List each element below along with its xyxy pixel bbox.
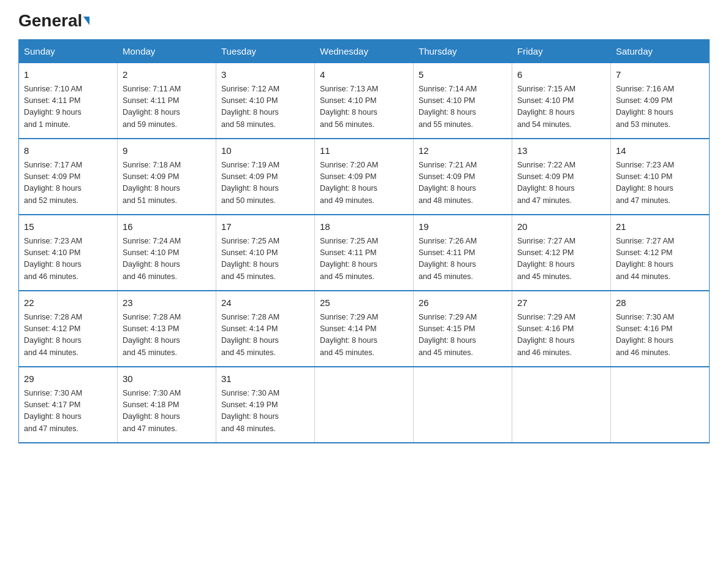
day-number: 24	[221, 296, 309, 310]
calendar-cell: 10Sunrise: 7:19 AMSunset: 4:09 PMDayligh…	[216, 139, 315, 215]
calendar-cell: 17Sunrise: 7:25 AMSunset: 4:10 PMDayligh…	[216, 215, 315, 291]
day-number: 10	[221, 144, 309, 158]
day-number: 30	[123, 372, 211, 386]
day-info: Sunrise: 7:16 AMSunset: 4:09 PMDaylight:…	[616, 83, 704, 131]
day-info: Sunrise: 7:30 AMSunset: 4:16 PMDaylight:…	[616, 312, 704, 359]
day-info: Sunrise: 7:29 AMSunset: 4:15 PMDaylight:…	[419, 312, 507, 359]
calendar-cell: 26Sunrise: 7:29 AMSunset: 4:15 PMDayligh…	[414, 291, 512, 367]
calendar-cell: 28Sunrise: 7:30 AMSunset: 4:16 PMDayligh…	[611, 291, 710, 367]
calendar-cell: 21Sunrise: 7:27 AMSunset: 4:12 PMDayligh…	[611, 215, 710, 291]
calendar-cell: 29Sunrise: 7:30 AMSunset: 4:17 PMDayligh…	[19, 367, 118, 443]
day-number: 6	[517, 68, 605, 82]
day-number: 7	[616, 68, 704, 82]
day-number: 19	[419, 220, 507, 234]
day-info: Sunrise: 7:15 AMSunset: 4:10 PMDaylight:…	[517, 83, 605, 131]
calendar-cell: 6Sunrise: 7:15 AMSunset: 4:10 PMDaylight…	[512, 63, 611, 139]
col-header-sunday: Sunday	[19, 40, 118, 63]
calendar-cell: 23Sunrise: 7:28 AMSunset: 4:13 PMDayligh…	[118, 291, 216, 367]
day-info: Sunrise: 7:23 AMSunset: 4:10 PMDaylight:…	[24, 236, 112, 283]
col-header-wednesday: Wednesday	[315, 40, 414, 63]
day-number: 2	[123, 68, 211, 82]
calendar-cell: 9Sunrise: 7:18 AMSunset: 4:09 PMDaylight…	[118, 139, 216, 215]
calendar-cell: 4Sunrise: 7:13 AMSunset: 4:10 PMDaylight…	[315, 63, 414, 139]
day-number: 26	[419, 296, 507, 310]
day-info: Sunrise: 7:19 AMSunset: 4:09 PMDaylight:…	[221, 159, 309, 207]
day-info: Sunrise: 7:26 AMSunset: 4:11 PMDaylight:…	[419, 236, 507, 283]
day-info: Sunrise: 7:24 AMSunset: 4:10 PMDaylight:…	[123, 236, 211, 283]
calendar-cell: 19Sunrise: 7:26 AMSunset: 4:11 PMDayligh…	[414, 215, 512, 291]
day-number: 22	[24, 296, 112, 310]
day-info: Sunrise: 7:11 AMSunset: 4:11 PMDaylight:…	[123, 83, 211, 131]
day-info: Sunrise: 7:10 AMSunset: 4:11 PMDaylight:…	[24, 83, 112, 131]
calendar-cell: 14Sunrise: 7:23 AMSunset: 4:10 PMDayligh…	[611, 139, 710, 215]
calendar-cell: 18Sunrise: 7:25 AMSunset: 4:11 PMDayligh…	[315, 215, 414, 291]
day-number: 13	[517, 144, 605, 158]
day-number: 8	[24, 144, 112, 158]
page-header: General	[18, 12, 710, 28]
day-info: Sunrise: 7:29 AMSunset: 4:14 PMDaylight:…	[320, 312, 408, 359]
calendar-week-row: 1Sunrise: 7:10 AMSunset: 4:11 PMDaylight…	[19, 63, 710, 139]
calendar-cell	[414, 367, 512, 443]
day-number: 27	[517, 296, 605, 310]
day-info: Sunrise: 7:28 AMSunset: 4:12 PMDaylight:…	[24, 312, 112, 359]
calendar-cell: 2Sunrise: 7:11 AMSunset: 4:11 PMDaylight…	[118, 63, 216, 139]
day-number: 11	[320, 144, 408, 158]
calendar-header-row: SundayMondayTuesdayWednesdayThursdayFrid…	[19, 40, 710, 63]
col-header-monday: Monday	[118, 40, 216, 63]
day-number: 12	[419, 144, 507, 158]
day-number: 20	[517, 220, 605, 234]
day-info: Sunrise: 7:12 AMSunset: 4:10 PMDaylight:…	[221, 83, 309, 131]
day-info: Sunrise: 7:28 AMSunset: 4:13 PMDaylight:…	[123, 312, 211, 359]
day-info: Sunrise: 7:25 AMSunset: 4:10 PMDaylight:…	[221, 236, 309, 283]
day-number: 14	[616, 144, 704, 158]
calendar-week-row: 29Sunrise: 7:30 AMSunset: 4:17 PMDayligh…	[19, 367, 710, 443]
day-number: 4	[320, 68, 408, 82]
day-number: 9	[123, 144, 211, 158]
day-info: Sunrise: 7:30 AMSunset: 4:19 PMDaylight:…	[221, 388, 309, 435]
col-header-thursday: Thursday	[414, 40, 512, 63]
day-info: Sunrise: 7:30 AMSunset: 4:17 PMDaylight:…	[24, 388, 112, 435]
day-info: Sunrise: 7:29 AMSunset: 4:16 PMDaylight:…	[517, 312, 605, 359]
day-info: Sunrise: 7:21 AMSunset: 4:09 PMDaylight:…	[419, 159, 507, 207]
day-number: 15	[24, 220, 112, 234]
day-number: 16	[123, 220, 211, 234]
calendar-cell: 12Sunrise: 7:21 AMSunset: 4:09 PMDayligh…	[414, 139, 512, 215]
day-info: Sunrise: 7:27 AMSunset: 4:12 PMDaylight:…	[517, 236, 605, 283]
calendar-cell: 8Sunrise: 7:17 AMSunset: 4:09 PMDaylight…	[19, 139, 118, 215]
day-info: Sunrise: 7:20 AMSunset: 4:09 PMDaylight:…	[320, 159, 408, 207]
day-info: Sunrise: 7:30 AMSunset: 4:18 PMDaylight:…	[123, 388, 211, 435]
calendar-cell	[611, 367, 710, 443]
day-info: Sunrise: 7:23 AMSunset: 4:10 PMDaylight:…	[616, 159, 704, 207]
calendar-week-row: 22Sunrise: 7:28 AMSunset: 4:12 PMDayligh…	[19, 291, 710, 367]
day-info: Sunrise: 7:28 AMSunset: 4:14 PMDaylight:…	[221, 312, 309, 359]
day-info: Sunrise: 7:27 AMSunset: 4:12 PMDaylight:…	[616, 236, 704, 283]
logo-arrow-icon	[83, 17, 89, 25]
calendar-cell: 22Sunrise: 7:28 AMSunset: 4:12 PMDayligh…	[19, 291, 118, 367]
day-number: 5	[419, 68, 507, 82]
calendar-cell	[315, 367, 414, 443]
calendar-cell: 7Sunrise: 7:16 AMSunset: 4:09 PMDaylight…	[611, 63, 710, 139]
calendar-week-row: 8Sunrise: 7:17 AMSunset: 4:09 PMDaylight…	[19, 139, 710, 215]
day-info: Sunrise: 7:13 AMSunset: 4:10 PMDaylight:…	[320, 83, 408, 131]
col-header-friday: Friday	[512, 40, 611, 63]
day-info: Sunrise: 7:14 AMSunset: 4:10 PMDaylight:…	[419, 83, 507, 131]
calendar-cell: 11Sunrise: 7:20 AMSunset: 4:09 PMDayligh…	[315, 139, 414, 215]
day-info: Sunrise: 7:22 AMSunset: 4:09 PMDaylight:…	[517, 159, 605, 207]
calendar-cell: 25Sunrise: 7:29 AMSunset: 4:14 PMDayligh…	[315, 291, 414, 367]
day-number: 17	[221, 220, 309, 234]
day-info: Sunrise: 7:25 AMSunset: 4:11 PMDaylight:…	[320, 236, 408, 283]
day-number: 28	[616, 296, 704, 310]
calendar-cell: 27Sunrise: 7:29 AMSunset: 4:16 PMDayligh…	[512, 291, 611, 367]
calendar-cell: 15Sunrise: 7:23 AMSunset: 4:10 PMDayligh…	[19, 215, 118, 291]
calendar-week-row: 15Sunrise: 7:23 AMSunset: 4:10 PMDayligh…	[19, 215, 710, 291]
calendar-cell: 3Sunrise: 7:12 AMSunset: 4:10 PMDaylight…	[216, 63, 315, 139]
day-number: 23	[123, 296, 211, 310]
logo-name: General	[18, 12, 89, 29]
calendar-cell: 31Sunrise: 7:30 AMSunset: 4:19 PMDayligh…	[216, 367, 315, 443]
day-number: 21	[616, 220, 704, 234]
day-info: Sunrise: 7:17 AMSunset: 4:09 PMDaylight:…	[24, 159, 112, 207]
calendar-cell: 1Sunrise: 7:10 AMSunset: 4:11 PMDaylight…	[19, 63, 118, 139]
day-number: 18	[320, 220, 408, 234]
calendar-cell	[512, 367, 611, 443]
logo: General	[18, 12, 89, 28]
